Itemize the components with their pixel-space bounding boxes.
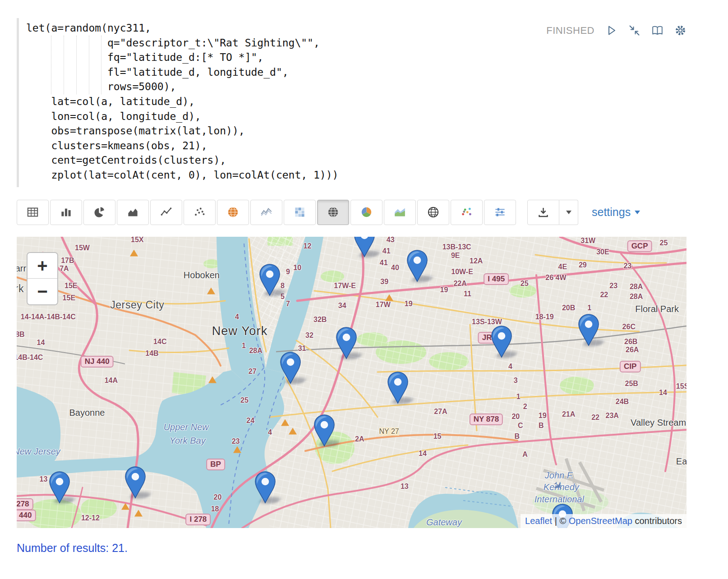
chart-type-pie-color-button[interactable]	[350, 200, 382, 225]
route-number-label: 29	[579, 261, 587, 269]
run-icon[interactable]	[605, 24, 617, 37]
settings-toggle[interactable]: settings	[592, 206, 640, 219]
route-number-label: 12	[304, 242, 312, 250]
download-button[interactable]	[527, 200, 559, 225]
settings-caret-icon	[635, 211, 640, 214]
bar-chart-icon	[60, 206, 72, 218]
map-place-label: rk	[17, 283, 24, 295]
map-marker[interactable]	[335, 326, 358, 360]
download-icon	[537, 206, 549, 218]
download-options-button[interactable]	[559, 200, 578, 225]
map-marker[interactable]	[48, 471, 71, 504]
map-place-label: New Jersey	[17, 446, 60, 456]
map-marker[interactable]	[577, 313, 600, 347]
status-badge: FINISHED	[546, 25, 594, 37]
route-number-label: 17W-E	[334, 282, 356, 290]
map-marker[interactable]	[387, 371, 409, 404]
settings-label: settings	[592, 206, 631, 219]
route-number-label: 23	[623, 262, 631, 270]
map-marker[interactable]	[254, 471, 276, 504]
route-number-label: 13	[401, 482, 409, 491]
chart-type-sparkline-button[interactable]	[250, 200, 282, 225]
map-marker[interactable]	[279, 351, 302, 385]
chart-type-map-orange-button[interactable]	[217, 200, 249, 225]
map-marker[interactable]	[313, 414, 336, 447]
map-marker[interactable]	[124, 466, 147, 499]
route-number-label: 25	[521, 280, 529, 288]
poi-triangle-icon	[281, 419, 289, 426]
map-marker[interactable]	[490, 325, 513, 358]
marker-pin-icon	[258, 263, 281, 297]
poi-triangle-icon	[233, 446, 241, 453]
route-number-label: 7A	[60, 265, 69, 273]
code-editor[interactable]: let(a=random(nyc311, q="descriptor_t:\"R…	[17, 18, 537, 187]
route-number-label: 41	[382, 247, 391, 255]
collapse-icon[interactable]	[628, 24, 640, 37]
code-text[interactable]: let(a=random(nyc311, q="descriptor_t:\"R…	[26, 21, 537, 183]
route-number-label: 20B	[562, 304, 575, 312]
chart-type-bar-button[interactable]	[50, 200, 82, 225]
book-icon[interactable]	[651, 24, 663, 37]
chart-type-area-button[interactable]	[117, 200, 149, 225]
route-number-label: 24B	[616, 398, 629, 406]
chart-type-pie-button[interactable]	[83, 200, 115, 225]
chart-type-leaflet-map-button[interactable]	[317, 200, 349, 225]
chart-type-scatter-color-button[interactable]	[451, 200, 483, 225]
chart-type-globe-wire-button[interactable]	[417, 200, 449, 225]
poi-triangle-icon	[121, 503, 129, 510]
map-canvas[interactable]: HobokenJersey CityNew YorkBayonneFloral …	[17, 237, 687, 528]
route-number-label: 28A	[630, 283, 643, 291]
road-shield: GCP	[627, 240, 652, 252]
poi-triangle-icon	[207, 288, 215, 294]
osm-link[interactable]: OpenStreetMap	[569, 516, 632, 526]
route-number-label: 10W-E	[451, 268, 473, 276]
gear-icon[interactable]	[674, 24, 687, 37]
chart-type-line-button[interactable]	[150, 200, 182, 225]
route-number-label: 18-19	[535, 313, 554, 321]
road-shield: NJ 440	[81, 356, 114, 368]
marker-pin-icon	[124, 466, 147, 499]
chart-type-table-button[interactable]	[17, 200, 49, 225]
map-marker[interactable]	[353, 237, 376, 258]
map-place-label: Jersey City	[110, 299, 164, 311]
map-marker[interactable]	[406, 249, 429, 283]
map-place-label: Floral Park	[635, 304, 679, 314]
route-number-label: 22A	[453, 280, 466, 288]
globe-wireframe-icon	[427, 206, 439, 218]
route-number-label: 41	[380, 259, 388, 267]
marker-pin-icon	[335, 326, 358, 360]
map-marker[interactable]	[258, 263, 281, 297]
route-number-label: 14C	[153, 338, 166, 346]
chart-type-scatter-button[interactable]	[184, 200, 216, 225]
route-number-label: 23	[609, 282, 617, 290]
zoom-in-button[interactable]: +	[28, 253, 57, 279]
route-number-label: 4E	[558, 263, 567, 271]
route-number-label: 4	[508, 363, 512, 371]
route-number-label: 26B	[624, 338, 637, 346]
leaflet-link[interactable]: Leaflet	[525, 516, 552, 526]
globe-orange-icon	[227, 206, 239, 218]
zoom-out-button[interactable]: −	[28, 279, 57, 304]
route-number-label: 26C	[622, 323, 636, 331]
route-number-label: 20	[511, 413, 520, 421]
indent-guide	[51, 36, 51, 94]
poi-triangle-icon	[289, 428, 297, 435]
map-place-label: Upper New	[164, 422, 209, 432]
route-number-label: 40	[391, 264, 399, 272]
chart-type-grid-button[interactable]	[284, 200, 316, 225]
route-number-label: 43	[387, 237, 395, 244]
route-number-label: 13	[39, 475, 47, 483]
route-number-label: 14B	[145, 349, 158, 358]
paragraph-controls: FINISHED	[537, 24, 687, 37]
map-place-label: Hoboken	[184, 270, 220, 280]
chart-type-area-color-button[interactable]	[384, 200, 416, 225]
route-number-label: 34	[338, 302, 346, 310]
route-number-label: 14	[659, 389, 667, 397]
chart-type-facets-button[interactable]	[484, 200, 516, 225]
route-number-label: 28A	[249, 347, 262, 355]
route-number-label: 8B	[17, 331, 25, 339]
indent-guide	[64, 36, 64, 94]
line-chart-icon	[160, 206, 172, 218]
area-chart-icon	[127, 206, 139, 218]
poi-triangle-icon	[385, 294, 393, 301]
